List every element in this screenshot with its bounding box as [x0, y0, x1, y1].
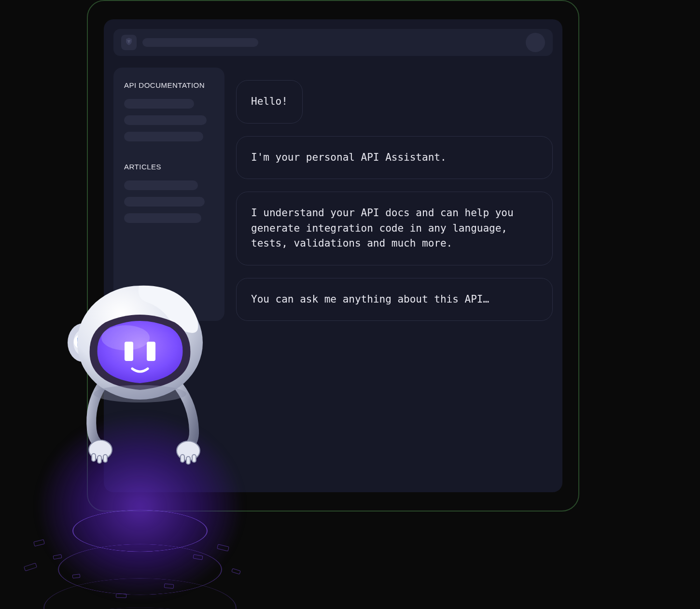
chat-message-text: Hello! — [251, 96, 288, 107]
chat-message: I understand your API docs and can help … — [236, 192, 553, 265]
app-window: API DOCUMENTATION ARTICLES Hello! I'm yo… — [104, 19, 562, 492]
content-row: API DOCUMENTATION ARTICLES Hello! I'm yo… — [113, 68, 553, 321]
chat-message: You can ask me anything about this API… — [236, 278, 553, 321]
chat-area: Hello! I'm your personal API Assistant. … — [236, 68, 553, 321]
sidebar-item-placeholder[interactable] — [124, 197, 205, 207]
sidebar-item-placeholder[interactable] — [124, 213, 201, 223]
svg-point-10 — [74, 334, 88, 349]
chat-message-text: I'm your personal API Assistant. — [251, 152, 447, 163]
sidebar-heading-articles: ARTICLES — [124, 163, 214, 171]
sidebar-item-placeholder[interactable] — [124, 180, 198, 190]
sidebar-item-placeholder[interactable] — [124, 99, 194, 109]
chat-message: Hello! — [236, 80, 303, 124]
chat-message: I'm your personal API Assistant. — [236, 136, 553, 180]
tech-bits — [19, 521, 261, 609]
avatar[interactable] — [526, 33, 545, 52]
portal-ring — [58, 544, 222, 595]
chat-message-text: I understand your API docs and can help … — [251, 207, 514, 249]
sidebar-item-placeholder[interactable] — [124, 132, 203, 141]
sidebar-heading-api-docs: API DOCUMENTATION — [124, 81, 214, 89]
sidebar-section-api-docs: API DOCUMENTATION — [124, 81, 214, 141]
portal-ring — [72, 510, 208, 552]
chat-message-text: You can ask me anything about this API… — [251, 293, 489, 305]
sidebar-item-placeholder[interactable] — [124, 115, 207, 125]
sidebar: API DOCUMENTATION ARTICLES — [113, 68, 224, 321]
app-logo[interactable] — [121, 35, 137, 50]
top-bar — [113, 29, 553, 56]
url-bar-placeholder[interactable] — [142, 38, 258, 47]
portal-ring — [43, 578, 237, 609]
sidebar-section-articles: ARTICLES — [124, 163, 214, 223]
shield-t-icon — [125, 37, 133, 48]
